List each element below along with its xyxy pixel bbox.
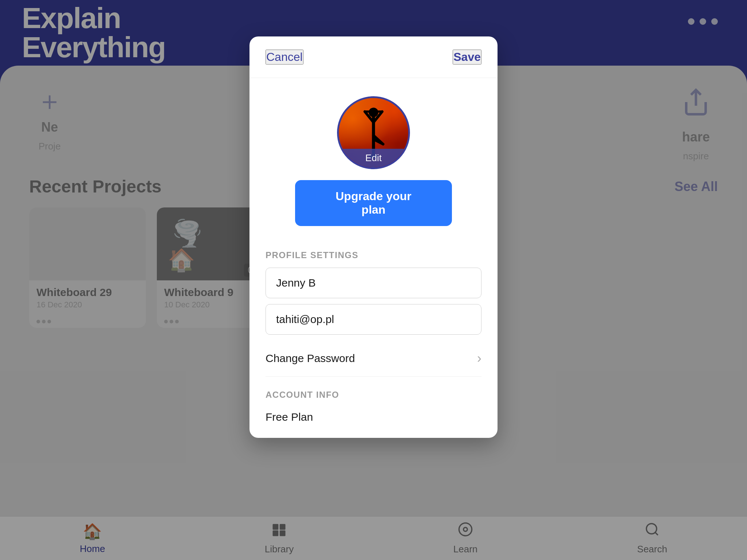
avatar-edit-label[interactable]: Edit: [339, 149, 408, 167]
free-plan-label: Free Plan: [266, 407, 481, 423]
change-password-row[interactable]: Change Password ›: [266, 341, 481, 377]
name-input[interactable]: [266, 268, 481, 298]
save-button[interactable]: Save: [453, 50, 481, 65]
change-password-label: Change Password: [266, 352, 355, 365]
account-info-section: ACCOUNT INFO Free Plan: [266, 390, 481, 423]
upgrade-button[interactable]: Upgrade your plan: [295, 180, 452, 226]
email-input[interactable]: [266, 304, 481, 335]
modal-body: PROFILE SETTINGS Change Password › ACCOU…: [249, 250, 498, 438]
chevron-right-icon: ›: [477, 351, 481, 366]
avatar-circle: Edit: [337, 96, 410, 169]
cancel-button[interactable]: Cancel: [266, 50, 303, 65]
avatar-section: Edit Upgrade your plan: [249, 78, 498, 237]
profile-modal: Cancel Save: [249, 36, 498, 438]
profile-settings-label: PROFILE SETTINGS: [266, 250, 481, 260]
modal-overlay: Cancel Save: [0, 0, 747, 560]
account-info-label: ACCOUNT INFO: [266, 390, 481, 400]
avatar-wrapper[interactable]: Edit: [337, 96, 410, 169]
modal-header: Cancel Save: [249, 36, 498, 78]
